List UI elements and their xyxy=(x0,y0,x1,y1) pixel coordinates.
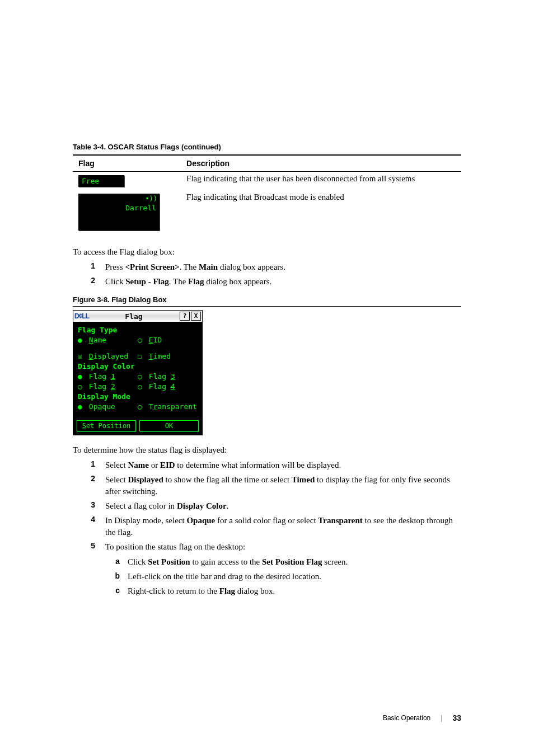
page-number: 33 xyxy=(452,713,461,722)
page-footer: Basic Operation | 33 xyxy=(383,713,461,722)
list-item: b Left-click on the title bar and drag t… xyxy=(105,571,461,583)
list-item: 4 In Display mode, select Opaque for a s… xyxy=(73,515,461,538)
row-desc: Flag indicating that the user has been d… xyxy=(181,172,461,191)
status-flags-table: Flag Description Free Flag indicating th… xyxy=(73,154,461,234)
step-number: 1 xyxy=(73,459,105,471)
dell-logo: D¢LL xyxy=(74,312,89,320)
radio-flag3[interactable]: ○ Flag 3 xyxy=(138,372,198,381)
radio-opaque[interactable]: ● Opaque xyxy=(78,402,138,411)
step-number: 4 xyxy=(73,515,105,538)
broadcast-icon: •)) xyxy=(145,195,157,203)
step-number: 2 xyxy=(73,276,105,288)
step-number: 3 xyxy=(73,500,105,512)
figure-caption: Figure 3-8. Flag Dialog Box xyxy=(73,295,461,307)
col-flag: Flag xyxy=(73,155,181,172)
list-item: 1 Press <Print Screen>. The Main dialog … xyxy=(73,261,461,273)
footer-section: Basic Operation xyxy=(383,714,430,722)
dialog-title: Flag xyxy=(89,312,179,321)
radio-flag2[interactable]: ○ Flag 2 xyxy=(78,382,138,391)
list-item: a Click Set Position to gain access to t… xyxy=(105,556,461,568)
step-number: 1 xyxy=(73,261,105,273)
dialog-titlebar[interactable]: D¢LL Flag ? X xyxy=(73,311,202,322)
radio-flag4[interactable]: ○ Flag 4 xyxy=(138,382,198,391)
determine-intro: To determine how the status flag is disp… xyxy=(73,445,461,455)
substeps: a Click Set Position to gain access to t… xyxy=(105,556,461,597)
set-position-button[interactable]: Set Position xyxy=(77,420,136,431)
list-item: 5 To position the status flag on the des… xyxy=(73,541,461,600)
step-number: 5 xyxy=(73,541,105,600)
flag-dialog: D¢LL Flag ? X Flag Type ● Name ○ EID ☒ D… xyxy=(73,310,203,435)
group-display-color: Display Color xyxy=(78,362,198,370)
access-intro: To access the Flag dialog box: xyxy=(73,247,461,257)
table-row: Free Flag indicating that the user has b… xyxy=(73,172,461,191)
row-desc: Flag indicating that Broadcast mode is e… xyxy=(181,190,461,234)
access-steps: 1 Press <Print Screen>. The Main dialog … xyxy=(73,261,461,288)
list-item: 3 Select a flag color in Display Color. xyxy=(73,500,461,512)
radio-transparent[interactable]: ○ Transparent xyxy=(138,402,198,411)
determine-steps: 1 Select Name or EID to determine what i… xyxy=(73,459,461,600)
ok-button[interactable]: OK xyxy=(139,420,199,431)
checkbox-timed[interactable]: ☐ Timed xyxy=(138,352,198,360)
flag-free-icon: Free xyxy=(78,175,124,187)
step-number: 2 xyxy=(73,474,105,497)
footer-divider: | xyxy=(441,714,442,722)
group-flag-type: Flag Type xyxy=(78,326,198,334)
list-item: 1 Select Name or EID to determine what i… xyxy=(73,459,461,471)
list-item: c Right-click to return to the Flag dial… xyxy=(105,585,461,597)
radio-name[interactable]: ● Name xyxy=(78,336,138,344)
checkbox-displayed[interactable]: ☒ Displayed xyxy=(78,352,138,360)
radio-eid[interactable]: ○ EID xyxy=(138,336,198,344)
radio-flag1[interactable]: ● Flag 1 xyxy=(78,372,138,381)
substep-marker: b xyxy=(105,571,128,583)
list-item: 2 Click Setup - Flag. The Flag dialog bo… xyxy=(73,276,461,288)
substep-marker: c xyxy=(105,585,128,597)
substep-marker: a xyxy=(105,556,128,568)
table-row: Darrell •)) Flag indicating that Broadca… xyxy=(73,190,461,234)
close-icon[interactable]: X xyxy=(191,312,201,321)
table-caption: Table 3-4. OSCAR Status Flags (continued… xyxy=(73,143,461,151)
help-icon[interactable]: ? xyxy=(180,312,190,321)
group-display-mode: Display Mode xyxy=(78,392,198,401)
flag-darrell-icon: Darrell •)) xyxy=(78,194,160,231)
col-description: Description xyxy=(181,155,461,172)
flag-label: Darrell xyxy=(125,204,156,212)
list-item: 2 Select Displayed to show the flag all … xyxy=(73,474,461,497)
